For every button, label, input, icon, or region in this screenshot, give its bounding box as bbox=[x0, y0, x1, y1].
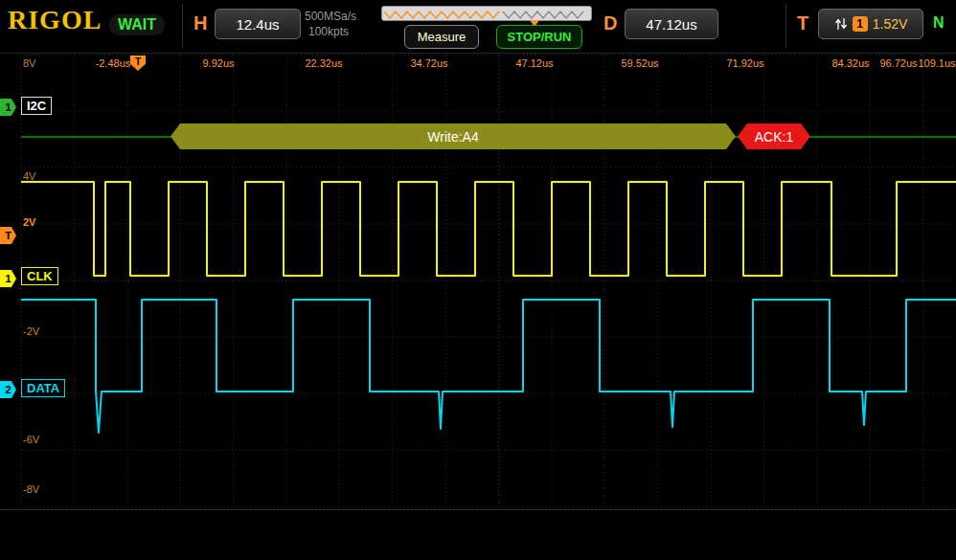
trigger-edge-indicator: N bbox=[933, 14, 945, 32]
decode-write-block: Write:A4 bbox=[171, 123, 736, 149]
horizontal-label: H bbox=[193, 12, 207, 34]
channel2-wave-label: DATA bbox=[21, 379, 65, 397]
divider bbox=[182, 4, 183, 48]
time-label: 84.32us bbox=[831, 57, 869, 69]
delay-button[interactable]: 47.12us bbox=[625, 9, 718, 39]
time-label: 59.52us bbox=[621, 57, 658, 69]
time-label: 96.72us bbox=[879, 57, 917, 69]
stop-run-button[interactable]: STOP/RUN bbox=[496, 25, 582, 49]
acquisition-status: WAIT bbox=[109, 14, 165, 35]
measure-button[interactable]: Measure bbox=[404, 25, 479, 49]
delay-value: 47.12us bbox=[646, 16, 696, 33]
memory-depth: 100kpts bbox=[308, 25, 349, 38]
bottom-bar: 1 2.00V 0.00V 2 2.00V -4.00V 3 5.00V -10… bbox=[0, 509, 956, 560]
decode-ack-text: ACK:1 bbox=[755, 129, 793, 145]
volt-label: 8V bbox=[23, 57, 35, 69]
time-label: -2.48us bbox=[96, 57, 131, 69]
time-label: 47.12us bbox=[515, 57, 553, 69]
time-label: 71.92us bbox=[726, 57, 763, 69]
trigger-label: T bbox=[797, 12, 808, 34]
timebase-value: 12.4us bbox=[236, 16, 279, 33]
memory-position-bar[interactable] bbox=[381, 6, 592, 21]
time-label: 34.72us bbox=[410, 57, 447, 69]
decode-ack-block: ACK:1 bbox=[738, 123, 810, 149]
time-label: 9.92us bbox=[202, 57, 234, 69]
memory-sawtooth bbox=[503, 11, 583, 18]
bus-decode-label[interactable]: I2C bbox=[21, 97, 52, 115]
trigger-slope-icon bbox=[834, 16, 848, 32]
decode-write-text: Write:A4 bbox=[427, 129, 478, 145]
memory-waveform-preview bbox=[382, 9, 589, 20]
waveform-display bbox=[0, 53, 956, 509]
time-label: 22.32us bbox=[305, 57, 342, 69]
data-trace bbox=[21, 300, 956, 433]
clk-trace bbox=[21, 182, 956, 276]
sample-rate: 500MSa/s bbox=[305, 10, 356, 23]
rigol-logo: RIGOL bbox=[8, 5, 102, 35]
time-label: 109.1us bbox=[918, 57, 955, 69]
volt-label: -6V bbox=[23, 434, 39, 445]
volt-label: 4V bbox=[23, 170, 35, 182]
measure-label: Measure bbox=[418, 30, 467, 44]
volt-label: -8V bbox=[23, 483, 39, 495]
oscilloscope-screen: RIGOL WAIT H 12.4us 500MSa/s 100kpts Mea… bbox=[0, 0, 956, 560]
channel1-wave-label: CLK bbox=[21, 267, 58, 285]
stop-run-label: STOP/RUN bbox=[508, 30, 572, 44]
memory-sawtooth bbox=[384, 11, 499, 18]
volt-label-trigger: 2V bbox=[23, 216, 35, 228]
timebase-button[interactable]: 12.4us bbox=[215, 9, 301, 39]
trigger-button[interactable]: 1 1.52V bbox=[818, 9, 923, 39]
divider bbox=[785, 4, 786, 48]
volt-label: -2V bbox=[23, 325, 39, 337]
trigger-source-badge: 1 bbox=[853, 16, 868, 32]
delay-label: D bbox=[603, 12, 617, 34]
top-bar: RIGOL WAIT H 12.4us 500MSa/s 100kpts Mea… bbox=[0, 0, 956, 54]
trigger-level-value: 1.52V bbox=[873, 16, 908, 32]
